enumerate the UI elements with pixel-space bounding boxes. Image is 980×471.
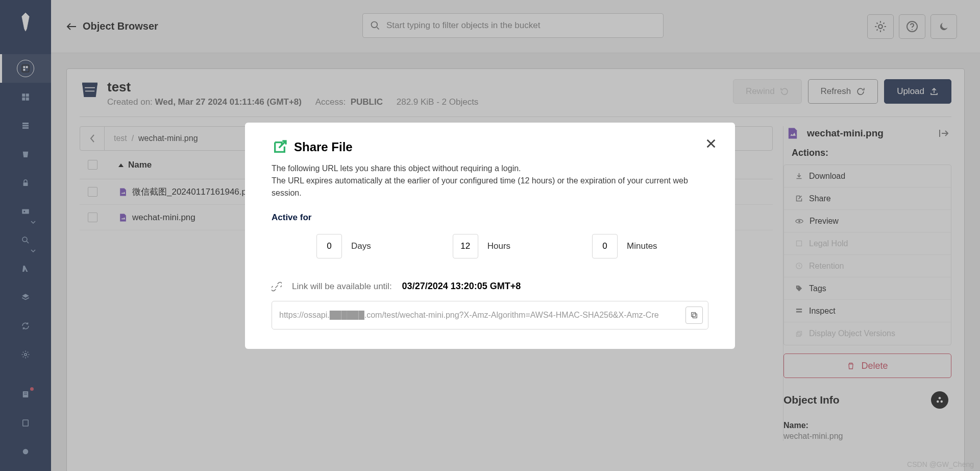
link-until-label: Link will be available until: <box>292 281 392 292</box>
modal-close-button[interactable] <box>705 138 717 149</box>
watermark: CSDN @GW_Cheng <box>907 460 974 468</box>
share-url[interactable]: https://ossapi.██████.com/test/wechat-mi… <box>279 311 685 320</box>
share-file-modal: Share File The following URL lets you sh… <box>245 123 735 349</box>
link-until-value: 03/27/2024 13:20:05 GMT+8 <box>402 281 521 292</box>
copy-url-button[interactable] <box>685 307 703 324</box>
days-input[interactable] <box>316 234 342 258</box>
modal-title: Share File <box>294 140 353 154</box>
share-url-box: https://ossapi.██████.com/test/wechat-mi… <box>272 301 708 329</box>
active-for-label: Active for <box>272 213 708 223</box>
minutes-input[interactable] <box>592 234 618 258</box>
share-icon <box>272 139 288 155</box>
copy-icon <box>690 311 698 319</box>
link-icon <box>272 281 282 292</box>
hours-input[interactable] <box>453 234 478 258</box>
modal-overlay[interactable]: Share File The following URL lets you sh… <box>0 0 980 471</box>
modal-description: The following URL lets you share this ob… <box>272 162 690 199</box>
svg-rect-40 <box>692 313 696 317</box>
svg-rect-39 <box>693 314 697 318</box>
close-icon <box>705 138 717 149</box>
